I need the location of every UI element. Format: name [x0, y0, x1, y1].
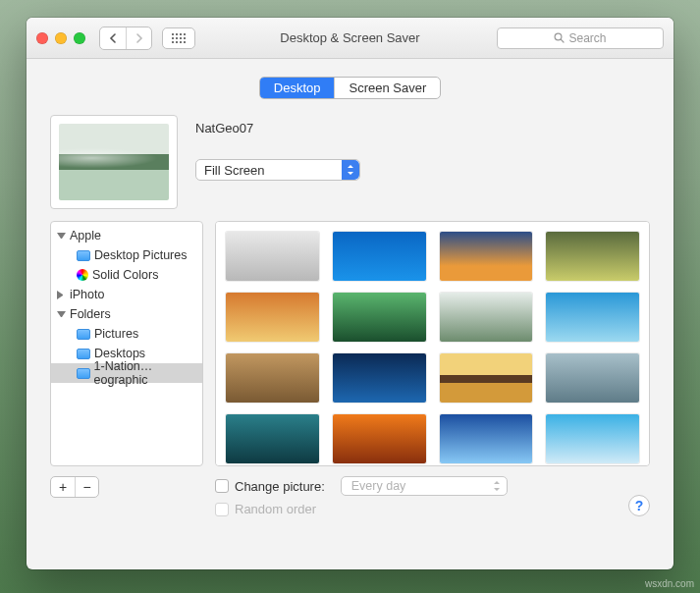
- random-order-row: Random order: [215, 502, 650, 516]
- wallpaper-preview: [59, 124, 169, 200]
- chevron-left-icon: [109, 33, 118, 43]
- sidebar-group-folders[interactable]: Folders: [51, 304, 202, 324]
- thumbnail[interactable]: [440, 293, 533, 342]
- nav-segment: [99, 27, 152, 50]
- search-icon: [554, 32, 565, 43]
- stepper-arrows-icon: [342, 160, 359, 180]
- content-area: Desktop Screen Saver NatGeo07 Fill Scree…: [27, 59, 673, 530]
- change-picture-checkbox[interactable]: [215, 479, 229, 493]
- disclosure-triangle-icon[interactable]: [57, 233, 66, 242]
- preview-well: [50, 115, 178, 209]
- tab-control: Desktop Screen Saver: [44, 77, 656, 99]
- sidebar-item-pictures[interactable]: Pictures: [51, 324, 202, 344]
- show-all-button[interactable]: [162, 27, 195, 49]
- sidebar-item-national-geographic[interactable]: 1-Nation…eographic: [51, 363, 202, 383]
- item-label: Desktops: [94, 347, 145, 360]
- thumbnail[interactable]: [226, 353, 319, 403]
- zoom-button[interactable]: [74, 32, 85, 44]
- titlebar: Desktop & Screen Saver Search: [27, 18, 673, 59]
- change-picture-label: Change picture:: [235, 479, 325, 494]
- thumbnail[interactable]: [440, 232, 533, 281]
- footer-row: + − Change picture: Every day: [44, 466, 656, 516]
- thumbnail[interactable]: [546, 414, 639, 463]
- thumbnail[interactable]: [226, 232, 319, 281]
- display-mode-value: Fill Screen: [204, 163, 264, 178]
- thumbnail[interactable]: [546, 232, 639, 281]
- remove-folder-button[interactable]: −: [75, 477, 98, 497]
- svg-line-1: [562, 39, 565, 42]
- options-column: Change picture: Every day Random order ?: [215, 476, 650, 516]
- main-grid: Apple Desktop Pictures Solid Colors iPho…: [44, 221, 656, 466]
- thumbnail[interactable]: [546, 293, 639, 342]
- random-order-label: Random order: [235, 502, 316, 516]
- grid-icon: [172, 33, 186, 43]
- close-button[interactable]: [36, 32, 48, 44]
- item-label: Pictures: [94, 327, 138, 341]
- item-label: Desktop Pictures: [94, 248, 187, 262]
- thumbnail[interactable]: [333, 414, 426, 463]
- display-mode-select[interactable]: Fill Screen: [195, 159, 360, 181]
- add-remove-segment: + −: [50, 476, 99, 498]
- window-controls: [36, 32, 85, 44]
- item-label: Solid Colors: [92, 268, 158, 282]
- interval-value: Every day: [351, 479, 406, 493]
- search-placeholder: Search: [568, 31, 606, 45]
- help-button[interactable]: ?: [628, 495, 650, 516]
- search-field[interactable]: Search: [497, 27, 664, 49]
- sidebar-group-iphoto[interactable]: iPhoto: [51, 285, 202, 304]
- thumbnail[interactable]: [440, 414, 533, 463]
- group-label: iPhoto: [70, 288, 104, 301]
- stepper-arrows-icon: [493, 481, 501, 491]
- tab-screen-saver[interactable]: Screen Saver: [334, 78, 440, 98]
- group-label: Folders: [70, 307, 111, 321]
- source-sidebar: Apple Desktop Pictures Solid Colors iPho…: [50, 221, 203, 466]
- folder-icon: [77, 349, 90, 359]
- chevron-right-icon: [135, 33, 143, 43]
- random-order-checkbox: [215, 503, 229, 516]
- thumbnail[interactable]: [226, 293, 319, 342]
- thumbnail[interactable]: [546, 353, 639, 403]
- watermark: wsxdn.com: [645, 578, 694, 589]
- change-picture-row: Change picture: Every day: [215, 476, 650, 496]
- disclosure-triangle-icon[interactable]: [57, 291, 66, 299]
- forward-button[interactable]: [126, 27, 151, 49]
- preview-info: NatGeo07 Fill Screen: [195, 115, 650, 181]
- back-button[interactable]: [100, 27, 126, 49]
- interval-select[interactable]: Every day: [341, 476, 508, 496]
- preview-row: NatGeo07 Fill Screen: [44, 115, 656, 221]
- disclosure-triangle-icon[interactable]: [57, 311, 66, 320]
- group-label: Apple: [70, 229, 101, 243]
- colorwheel-icon: [77, 269, 88, 281]
- source-tree: Apple Desktop Pictures Solid Colors iPho…: [51, 222, 202, 387]
- minimize-button[interactable]: [55, 32, 67, 44]
- sidebar-group-apple[interactable]: Apple: [51, 226, 202, 245]
- preferences-window: Desktop & Screen Saver Search Desktop Sc…: [27, 18, 673, 569]
- thumbnail[interactable]: [226, 414, 319, 463]
- thumbnail[interactable]: [333, 232, 426, 281]
- thumbnail[interactable]: [333, 353, 426, 403]
- add-folder-button[interactable]: +: [51, 477, 75, 497]
- thumbnail[interactable]: [440, 353, 533, 403]
- tab-desktop[interactable]: Desktop: [260, 78, 335, 98]
- sidebar-item-desktop-pictures[interactable]: Desktop Pictures: [51, 245, 202, 265]
- folder-icon: [77, 250, 90, 261]
- folder-icon: [77, 368, 90, 379]
- sidebar-item-solid-colors[interactable]: Solid Colors: [51, 265, 202, 285]
- folder-icon: [77, 329, 90, 340]
- segmented-control: Desktop Screen Saver: [259, 77, 441, 99]
- thumbnail[interactable]: [333, 293, 426, 342]
- thumbnail-grid[interactable]: [215, 221, 650, 466]
- wallpaper-name: NatGeo07: [195, 121, 650, 135]
- item-label: 1-Nation…eographic: [94, 359, 202, 387]
